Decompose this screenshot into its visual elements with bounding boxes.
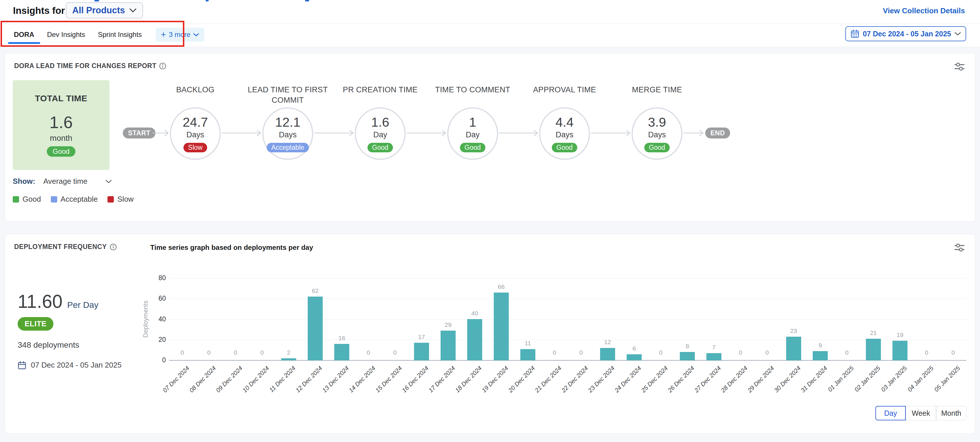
x-tick-label: 12 Dec 2024 xyxy=(294,365,324,394)
tabs-more-button[interactable]: +3 more xyxy=(156,28,204,41)
y-tick-label: 0 xyxy=(137,356,166,364)
bar-value-label: 9 xyxy=(807,342,833,349)
bar-31-dec-2024[interactable] xyxy=(813,351,828,360)
stage-circle-merge-time[interactable]: 3.9DaysGood xyxy=(632,107,682,160)
x-tick-label: 31 Dec 2024 xyxy=(799,365,829,394)
stage-value: 24.7 xyxy=(183,115,208,130)
chevron-down-icon xyxy=(955,32,961,36)
stage-status-badge: Slow xyxy=(183,143,207,152)
stage-unit: Days xyxy=(279,130,297,139)
y-tick-label: 20 xyxy=(137,336,166,344)
lead-time-card: DORA LEAD TIME FOR CHANGES REPORT TOTAL … xyxy=(5,53,975,222)
date-range-picker[interactable]: 07 Dec 2024 - 05 Jan 2025 xyxy=(845,26,966,41)
bar-value-label: 6 xyxy=(621,345,647,352)
stage-circle-approval-time[interactable]: 4.4DaysGood xyxy=(539,107,590,160)
x-tick-label: 04 Jan 2025 xyxy=(906,365,935,393)
stage-name-merge-time: MERGE TIME xyxy=(617,84,697,95)
x-tick-label: 19 Dec 2024 xyxy=(480,365,510,394)
plus-icon: + xyxy=(161,30,166,39)
bar-12-dec-2024[interactable] xyxy=(308,296,323,360)
flow-arrow-icon xyxy=(314,129,354,137)
x-tick-label: 11 Dec 2024 xyxy=(268,365,297,393)
bar-value-label: 40 xyxy=(462,310,488,317)
stage-unit: Day xyxy=(373,130,387,139)
stage-unit: Days xyxy=(648,130,666,139)
bar-13-dec-2024[interactable] xyxy=(334,344,349,360)
x-tick-label: 24 Dec 2024 xyxy=(613,365,643,394)
granularity-week-button[interactable]: Week xyxy=(906,406,936,420)
bar-value-label: 0 xyxy=(834,349,860,356)
bar-value-label: 7 xyxy=(701,344,727,351)
granularity-toggle: DayWeekMonth xyxy=(875,406,966,420)
stage-name-pr-creation-time: PR CREATION TIME xyxy=(340,84,421,95)
bar-18-dec-2024[interactable] xyxy=(467,319,482,360)
stage-unit: Days xyxy=(555,130,573,139)
x-tick-label: 25 Dec 2024 xyxy=(640,365,669,394)
bar-11-dec-2024[interactable] xyxy=(281,358,296,360)
product-selector[interactable]: All Products xyxy=(66,2,143,19)
gridline xyxy=(169,319,966,320)
page-title: Insights for xyxy=(13,5,65,16)
bar-27-dec-2024[interactable] xyxy=(706,353,721,360)
bar-30-dec-2024[interactable] xyxy=(786,337,801,360)
bar-value-label: 0 xyxy=(249,349,275,356)
bar-value-label: 19 xyxy=(887,331,913,338)
x-tick-label: 17 Dec 2024 xyxy=(427,365,457,394)
x-tick-label: 22 Dec 2024 xyxy=(560,365,589,394)
x-tick-label: 28 Dec 2024 xyxy=(720,365,749,394)
calendar-icon xyxy=(851,29,859,38)
bar-value-label: 0 xyxy=(568,349,594,356)
tab-bar-divider xyxy=(0,24,980,24)
stage-value: 4.4 xyxy=(555,115,574,130)
bar-20-dec-2024[interactable] xyxy=(520,349,535,360)
bar-17-dec-2024[interactable] xyxy=(441,331,456,360)
x-tick-label: 21 Dec 2024 xyxy=(534,365,563,394)
bar-value-label: 0 xyxy=(648,349,674,356)
stage-status-badge: Good xyxy=(552,143,577,152)
flow-arrow-icon xyxy=(591,129,630,137)
tab-sprint-insights[interactable]: Sprint Insights xyxy=(92,26,148,43)
view-collection-details-link[interactable]: View Collection Details xyxy=(883,6,965,15)
bar-value-label: 29 xyxy=(435,322,461,328)
tabs-more-label: 3 more xyxy=(169,30,190,39)
stage-circle-lead-time-to-first-commit[interactable]: 12.1DaysAcceptable xyxy=(262,107,313,160)
bar-26-dec-2024[interactable] xyxy=(680,352,695,360)
flow-arrow-icon xyxy=(222,129,261,137)
x-tick-label: 16 Dec 2024 xyxy=(401,365,430,394)
stage-circle-pr-creation-time[interactable]: 1.6DayGood xyxy=(355,107,406,160)
bar-02-jan-2025[interactable] xyxy=(866,339,881,360)
gridline xyxy=(169,340,966,340)
bar-03-jan-2025[interactable] xyxy=(892,341,907,360)
bar-24-dec-2024[interactable] xyxy=(627,354,642,360)
stage-circle-backlog[interactable]: 24.7DaysSlow xyxy=(170,107,221,160)
tab-dev-insights[interactable]: Dev Insights xyxy=(41,26,92,43)
stage-unit: Days xyxy=(186,130,204,139)
stage-circle-time-to-comment[interactable]: 1DayGood xyxy=(447,107,498,160)
x-tick-label: 18 Dec 2024 xyxy=(454,365,483,394)
bar-value-label: 66 xyxy=(488,283,514,290)
gridline xyxy=(169,278,966,279)
flow-end-pill: END xyxy=(705,128,730,138)
bar-19-dec-2024[interactable] xyxy=(494,293,509,360)
stage-name-time-to-comment: TIME TO COMMENT xyxy=(432,84,513,95)
granularity-month-button[interactable]: Month xyxy=(936,406,966,420)
y-tick-label: 80 xyxy=(137,274,166,282)
flow-arrow-icon xyxy=(407,129,446,137)
cropped-text-fragment xyxy=(206,0,208,2)
bar-16-dec-2024[interactable] xyxy=(414,343,429,360)
tab-bar: DORADev InsightsSprint Insights+3 more xyxy=(8,26,204,43)
x-tick-label: 05 Jan 2025 xyxy=(933,365,961,393)
bar-value-label: 11 xyxy=(515,340,541,347)
stage-value: 12.1 xyxy=(275,115,301,130)
x-tick-label: 29 Dec 2024 xyxy=(746,365,775,394)
tab-dora[interactable]: DORA xyxy=(8,26,41,43)
x-tick-label: 15 Dec 2024 xyxy=(374,365,403,394)
bar-value-label: 0 xyxy=(727,349,754,356)
bar-value-label: 21 xyxy=(861,330,886,336)
granularity-day-button[interactable]: Day xyxy=(875,406,906,420)
bar-value-label: 12 xyxy=(595,339,620,345)
bar-value-label: 0 xyxy=(223,349,248,356)
bar-value-label: 16 xyxy=(329,335,355,342)
date-range-value: 07 Dec 2024 - 05 Jan 2025 xyxy=(863,30,951,38)
bar-23-dec-2024[interactable] xyxy=(600,348,615,360)
